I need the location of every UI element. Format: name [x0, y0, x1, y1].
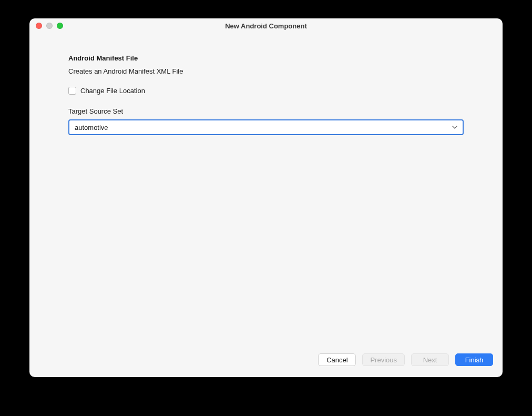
target-source-set-label: Target Source Set	[68, 107, 464, 115]
cancel-button[interactable]: Cancel	[318, 353, 356, 366]
next-button: Next	[411, 353, 449, 366]
dialog-window: New Android Component Android Manifest F…	[29, 18, 503, 377]
zoom-icon[interactable]	[57, 23, 63, 29]
dialog-footer: Cancel Previous Next Finish	[29, 350, 503, 377]
finish-button[interactable]: Finish	[455, 353, 493, 366]
window-title: New Android Component	[29, 22, 503, 30]
previous-button: Previous	[362, 353, 405, 366]
change-file-location-row: Change File Location	[68, 87, 464, 95]
target-source-set-value: automotive	[75, 124, 108, 131]
form-description: Creates an Android Manifest XML File	[68, 67, 464, 75]
finish-button-label: Finish	[465, 356, 484, 364]
form-heading: Android Manifest File	[68, 54, 464, 62]
dialog-content: Android Manifest File Creates an Android…	[29, 33, 503, 350]
titlebar: New Android Component	[29, 18, 503, 33]
previous-button-label: Previous	[370, 356, 397, 364]
cancel-button-label: Cancel	[326, 356, 347, 364]
chevron-down-icon	[452, 125, 457, 130]
target-source-set-select[interactable]: automotive	[68, 119, 464, 135]
window-controls	[29, 23, 63, 29]
minimize-icon	[46, 23, 53, 29]
change-file-location-checkbox[interactable]	[68, 87, 76, 95]
close-icon[interactable]	[36, 23, 42, 29]
next-button-label: Next	[423, 356, 437, 364]
change-file-location-label: Change File Location	[80, 87, 145, 95]
